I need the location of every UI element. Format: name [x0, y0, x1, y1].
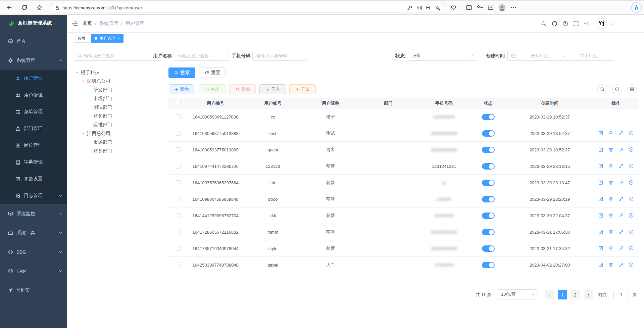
tree-node-财务部门[interactable]: 财务部门: [67, 112, 168, 121]
delete-button[interactable]: [608, 147, 614, 152]
delete-button[interactable]: [608, 196, 614, 202]
sidebar-item-系统工具[interactable]: 系统工具: [0, 223, 67, 242]
reset-password-button[interactable]: [618, 131, 624, 136]
add-button[interactable]: 新增: [169, 84, 194, 94]
edit-button[interactable]: [598, 246, 604, 251]
grid-toggle-button[interactable]: [627, 84, 637, 94]
avatar-caret-icon[interactable]: [611, 22, 614, 26]
favorites-bar-icon[interactable]: [477, 4, 483, 11]
delete-button[interactable]: [608, 131, 614, 136]
jump-page-input[interactable]: [613, 290, 629, 299]
tree-node-研发部门[interactable]: 研发部门: [67, 86, 168, 94]
breadcrumb-item[interactable]: 用户管理: [126, 20, 144, 27]
search-toggle-button[interactable]: [597, 84, 607, 94]
import-button[interactable]: 导入: [259, 84, 286, 94]
select-all-checkbox[interactable]: [176, 101, 181, 105]
close-icon[interactable]: ×: [117, 36, 120, 41]
delete-button[interactable]: [608, 180, 614, 185]
edit-button[interactable]: [598, 262, 604, 268]
status-toggle[interactable]: [482, 229, 495, 235]
row-checkbox[interactable]: [176, 230, 181, 234]
sidebar-item-Yi框架[interactable]: Yi框架: [0, 281, 67, 300]
reset-password-button[interactable]: [618, 163, 624, 169]
status-select[interactable]: 正常: [408, 51, 477, 61]
question-icon[interactable]: [562, 21, 568, 27]
tree-expand-caret-icon[interactable]: [82, 133, 85, 135]
status-toggle[interactable]: [482, 196, 495, 202]
sidebar-item-岗位管理[interactable]: 岗位管理: [0, 137, 67, 154]
tree-node-运维部门[interactable]: 运维部门: [67, 121, 168, 129]
prev-page-button[interactable]: ‹: [545, 290, 554, 299]
row-checkbox[interactable]: [176, 164, 181, 169]
status-toggle[interactable]: [482, 114, 495, 120]
breadcrumb-item[interactable]: 首页: [83, 20, 92, 27]
status-toggle[interactable]: [482, 163, 495, 170]
delete-button[interactable]: [608, 246, 614, 251]
sidebar-item-参数设置[interactable]: 参数设置: [0, 171, 67, 187]
row-checkbox[interactable]: [176, 147, 181, 152]
tree-node-市场部门[interactable]: 市场部门: [67, 94, 168, 103]
sidebar-item-字典管理[interactable]: 字典管理: [0, 154, 67, 171]
status-toggle[interactable]: [482, 180, 495, 186]
assign-role-button[interactable]: [629, 246, 634, 251]
copilot-icon[interactable]: b: [631, 2, 642, 13]
tree-expand-caret-icon[interactable]: [76, 72, 79, 74]
key-icon[interactable]: [407, 5, 412, 11]
edit-button[interactable]: [598, 196, 604, 202]
edit-button[interactable]: [598, 229, 604, 235]
assign-role-button[interactable]: [629, 163, 634, 169]
page-button-1[interactable]: 1: [558, 290, 567, 299]
edit-button[interactable]: [598, 180, 604, 185]
search-icon[interactable]: [541, 21, 547, 27]
sidebar-item-部门管理[interactable]: 部门管理: [0, 120, 67, 137]
edit-button[interactable]: [598, 163, 604, 169]
more-icon[interactable]: [510, 4, 517, 11]
sidebar-item-日志管理[interactable]: 日志管理: [0, 187, 67, 204]
row-checkbox[interactable]: [176, 131, 181, 136]
reset-password-button[interactable]: [618, 246, 624, 251]
reset-password-button[interactable]: [618, 147, 624, 152]
assign-role-button[interactable]: [629, 196, 634, 202]
sidebar-item-系统管理[interactable]: 系统管理: [0, 51, 67, 70]
created-date-range[interactable]: 开始日期 - 结束日期: [507, 51, 614, 61]
read-aloud-icon[interactable]: A: [416, 5, 422, 11]
refresh-toggle-button[interactable]: [612, 84, 622, 94]
avatar[interactable]: Yj: [597, 18, 607, 29]
username-input[interactable]: [174, 51, 229, 61]
status-toggle[interactable]: [482, 245, 495, 252]
assign-role-button[interactable]: [629, 262, 634, 268]
tree-node-测试部门[interactable]: 测试部门: [67, 103, 168, 112]
page-button-2[interactable]: 2: [571, 290, 580, 299]
profile-icon[interactable]: [498, 4, 506, 12]
breadcrumb-item[interactable]: 系统管理: [99, 20, 118, 27]
reset-password-button[interactable]: [618, 262, 624, 268]
reset-button[interactable]: 重置: [200, 67, 226, 78]
sidebar-toggle-icon[interactable]: [71, 20, 78, 27]
sidebar-item-首页[interactable]: 首页: [0, 32, 67, 51]
sidebar-item-系统监控[interactable]: 系统监控: [0, 204, 67, 223]
collections-icon[interactable]: [487, 4, 494, 11]
reset-password-button[interactable]: [618, 213, 624, 218]
fullscreen-icon[interactable]: [573, 21, 579, 27]
essentials-icon[interactable]: [450, 4, 457, 11]
github-icon[interactable]: [552, 21, 557, 27]
delete-button[interactable]: [608, 262, 614, 268]
page-size-select[interactable]: 10条/页: [497, 289, 538, 299]
url-bar[interactable]: https://ccnetcore.com:1101/system/user A: [50, 3, 445, 12]
tab-首页[interactable]: 首页: [74, 34, 89, 43]
sidebar-item-ERP[interactable]: ERP: [0, 262, 67, 281]
delete-button[interactable]: [608, 163, 614, 169]
status-toggle[interactable]: [482, 262, 495, 268]
row-checkbox[interactable]: [176, 213, 181, 218]
reset-password-button[interactable]: [618, 180, 624, 185]
zoom-out-icon[interactable]: [426, 5, 431, 11]
tree-node-市场部门[interactable]: 市场部门: [67, 138, 168, 147]
delete-button[interactable]: 删除: [229, 84, 256, 94]
row-checkbox[interactable]: [176, 263, 181, 267]
edit-button[interactable]: [598, 147, 604, 152]
reset-password-button[interactable]: [618, 229, 624, 235]
status-toggle[interactable]: [482, 147, 495, 153]
tree-node-财务部门[interactable]: 财务部门: [67, 147, 168, 155]
home-icon[interactable]: [36, 4, 43, 11]
sidebar-item-BBS[interactable]: BBS: [0, 242, 67, 262]
